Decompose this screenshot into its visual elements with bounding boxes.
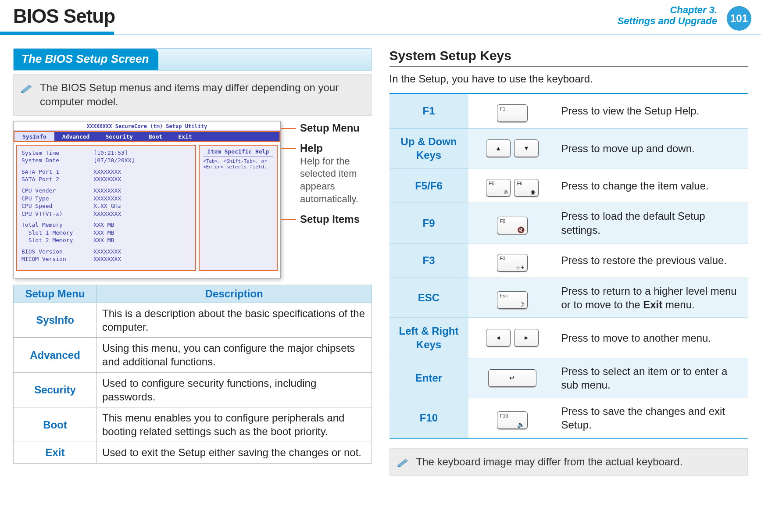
page-number-badge: 101 (727, 6, 751, 31)
left-column: The BIOS Setup Screen The BIOS Setup men… (13, 48, 372, 481)
keycap-icon: Esc☽ (497, 291, 528, 309)
sysinfo-group-3: CPU Vender XXXXXXXX CPU Type XXXXXXXX CP… (21, 187, 191, 218)
keycap-icon: F3☼+ (497, 254, 528, 271)
keycap-label: F3 (500, 255, 506, 261)
keycap-icon: F1 (497, 104, 528, 122)
bios-callouts: Setup Menu Help Help for the selected it… (285, 121, 372, 233)
chapter-line2: Settings and Upgrade (618, 15, 717, 26)
keycap-label: F6 (517, 180, 523, 186)
menu-desc: This is a description about the basic sp… (97, 303, 372, 337)
key-icon-cell: ↵ (468, 358, 556, 398)
menu-table-header-desc: Description (97, 285, 372, 303)
callout-setup-menu: Setup Menu (285, 122, 372, 134)
bios-menu-exit: Exit (170, 132, 200, 141)
content-columns: The BIOS Setup Screen The BIOS Setup men… (0, 35, 761, 481)
key-desc: Press to restore the previous value. (556, 243, 748, 278)
menu-name: Security (14, 372, 97, 407)
bios-menu-sysinfo: SysInfo (14, 132, 54, 141)
bios-help-title: Item Specific Help (203, 148, 273, 157)
table-row: SysInfoThis is a description about the b… (14, 303, 372, 337)
key-icon-cell: Esc☽ (468, 278, 556, 318)
bios-note: The BIOS Setup menus and items may diffe… (13, 74, 372, 116)
keycap-glyph: 🔇 (517, 227, 525, 233)
note-icon (397, 457, 409, 466)
keycap-label: F5 (489, 180, 495, 186)
key-name: F9 (389, 203, 468, 243)
sysinfo-group-4: Total Memory XXX MB Slot 1 Memory XXX MB… (21, 221, 191, 244)
keyboard-note: The keyboard image may differ from the a… (389, 448, 748, 475)
page-header: BIOS Setup Chapter 3. Settings and Upgra… (0, 0, 761, 35)
keycap-glyph: ▴ (497, 145, 500, 152)
menu-name: Advanced (14, 338, 97, 372)
title-accent (0, 32, 114, 35)
menu-table-header-menu: Setup Menu (14, 285, 97, 303)
table-row: Up & Down Keys▴▾Press to move up and dow… (389, 129, 748, 168)
key-desc: Press to select an item or to enter a su… (556, 358, 748, 398)
menu-desc: This menu enables you to configure perip… (97, 407, 372, 442)
callout-setup-items-title: Setup Items (300, 213, 372, 225)
key-name: Enter (389, 358, 468, 398)
key-desc: Press to load the default Setup settings… (556, 203, 748, 243)
key-icon-cell: F1 (468, 93, 556, 129)
bios-screenshot-with-callouts: XXXXXXXX SecureCore (tm) Setup Utility S… (13, 121, 372, 278)
keycap-glyph: ▸ (525, 334, 528, 341)
table-row: F5/F6F5⎚F6◉Press to change the item valu… (389, 168, 748, 203)
table-row: F3F3☼+Press to restore the previous valu… (389, 243, 748, 278)
key-icon-cell: F5⎚F6◉ (468, 168, 556, 203)
key-desc: Press to move up and down. (556, 129, 748, 168)
chapter-label: Chapter 3. Settings and Upgrade (618, 4, 717, 27)
section-tab: The BIOS Setup Screen (13, 48, 372, 71)
section-tab-label: The BIOS Setup Screen (14, 49, 158, 70)
keys-table: F1F1Press to view the Setup Help.Up & Do… (389, 93, 748, 439)
table-row: ESCEsc☽Press to return to a higher level… (389, 278, 748, 318)
note-icon (21, 82, 33, 92)
menu-table-body: SysInfoThis is a description about the b… (14, 303, 372, 463)
keycap-icon: F6◉ (514, 179, 539, 196)
keycap-icon: F10🔈 (497, 411, 528, 429)
system-setup-keys-intro: In the Setup, you have to use the keyboa… (389, 73, 748, 85)
menu-desc: Used to configure security functions, in… (97, 372, 372, 407)
setup-menu-table: Setup Menu Description SysInfoThis is a … (13, 285, 372, 464)
key-name: Left & Right Keys (389, 318, 468, 358)
key-desc: Press to return to a higher level menu o… (556, 278, 748, 318)
sysinfo-group-2: SATA Port 1 XXXXXXXX SATA Port 2 XXXXXXX… (21, 168, 191, 183)
keycap-icon: ↵ (488, 369, 536, 387)
table-row: AdvancedUsing this menu, you can configu… (14, 338, 372, 372)
keycap-icon: ▴ (486, 139, 511, 157)
menu-desc: Using this menu, you can configure the m… (97, 338, 372, 372)
keycap-glyph: ☽ (519, 301, 525, 307)
keycap-glyph: ◉ (530, 189, 536, 195)
bios-screenshot: XXXXXXXX SecureCore (tm) Setup Utility S… (13, 121, 281, 278)
bios-menu-bar: SysInfo Advanced Security Boot Exit (14, 131, 280, 142)
keycap-icon: ▾ (514, 139, 539, 157)
sysinfo-group-1: System Time [10:21:53] System Date [07/3… (21, 149, 191, 164)
key-icon-cell: ▴▾ (468, 129, 556, 168)
bios-menu-security: Security (97, 132, 141, 141)
table-row: F1F1Press to view the Setup Help. (389, 93, 748, 129)
key-desc: Press to move to another menu. (556, 318, 748, 358)
table-row: Enter↵Press to select an item or to ente… (389, 358, 748, 398)
key-name: Up & Down Keys (389, 129, 468, 168)
table-row: ExitUsed to exit the Setup either saving… (14, 442, 372, 463)
right-column: System Setup Keys In the Setup, you have… (389, 48, 748, 481)
callout-help-title: Help (300, 142, 372, 154)
menu-name: SysInfo (14, 303, 97, 337)
table-row: Left & Right Keys◂▸Press to move to anot… (389, 318, 748, 358)
keycap-icon: F5⎚ (486, 179, 511, 196)
key-name: F10 (389, 398, 468, 438)
keycap-glyph: ▾ (525, 145, 528, 152)
bios-help-pane: Item Specific Help <Tab>, <Shift-Tab>, o… (199, 145, 278, 271)
menu-desc: Used to exit the Setup either saving the… (97, 442, 372, 463)
bios-note-text: The BIOS Setup menus and items may diffe… (40, 82, 339, 107)
key-name: F5/F6 (389, 168, 468, 203)
callout-help-sub: Help for the selected item appears autom… (300, 155, 372, 205)
keycap-label: F10 (500, 413, 508, 419)
callout-help: Help Help for the selected item appears … (285, 142, 372, 205)
table-row: BootThis menu enables you to configure p… (14, 407, 372, 442)
keycap-icon: ▸ (514, 329, 539, 346)
keycap-glyph: ◂ (497, 334, 500, 341)
menu-name: Exit (14, 442, 97, 463)
key-desc: Press to save the changes and exit Setup… (556, 398, 748, 438)
callout-setup-menu-title: Setup Menu (300, 122, 372, 134)
keys-table-body: F1F1Press to view the Setup Help.Up & Do… (389, 93, 748, 438)
